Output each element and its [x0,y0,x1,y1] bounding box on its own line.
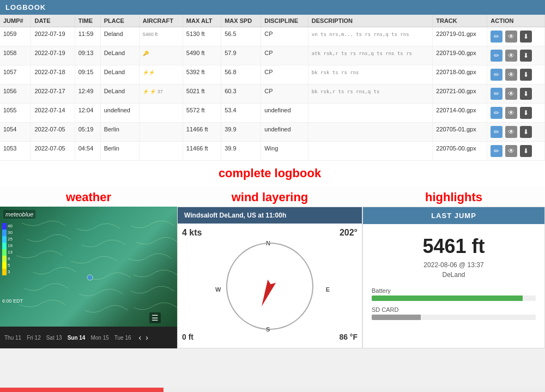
view-button[interactable]: 👁 [505,50,517,62]
cell-time: 09:13 [75,46,100,65]
cell-place: DeLand [100,46,139,65]
edit-button[interactable]: ✏ [491,145,502,157]
lastjump-header: LAST JUMP [363,207,544,224]
cell-aircraft [139,123,183,142]
cell-aircraft: 5460 ft [139,27,183,46]
cell-aircraft [139,142,183,161]
cell-max-spd: 53.4 [221,104,261,123]
view-button[interactable]: 👁 [505,107,517,119]
wind-kts: 4 kts [182,228,202,238]
edit-button[interactable]: ✏ [491,88,502,100]
cell-max-spd: 56.5 [221,27,261,46]
table-row: 1057 2022-07-18 09:15 DeLand ⚡⚡ 5392 ft … [0,65,545,85]
overlay-labels-row: complete logbook [0,161,545,186]
view-button[interactable]: 👁 [505,31,517,43]
cell-description: bk rsk ts rs rns [308,65,432,85]
col-place: PLACE [100,15,139,27]
col-date: DATE [31,15,75,27]
day-tue[interactable]: Tue 16 [114,335,131,341]
complete-logbook-label[interactable]: complete logbook [219,166,321,180]
logbook-title: LOGBOOK [5,3,46,11]
cell-jump: 1059 [0,27,31,46]
cell-action: ✏ 👁 ⬇ [487,123,545,142]
col-discipline: DISCIPLINE [261,15,308,27]
edit-button[interactable]: ✏ [491,50,502,62]
download-button[interactable]: ⬇ [520,31,532,43]
table-row: 1059 2022-07-19 11:59 Deland 5460 ft 513… [0,27,545,46]
cell-track: 220719-00.gpx [433,46,487,65]
day-sun[interactable]: Sun 14 [68,335,86,341]
logbook-header: LOGBOOK [0,0,545,15]
col-jump: JUMP# [0,15,31,27]
cell-max-alt: 5021 ft [183,85,221,104]
cell-aircraft: ⚡⚡ [139,65,183,85]
table-row: 1058 2022-07-19 09:13 DeLand 🔑 5490 ft 5… [0,46,545,65]
weather-time-label: 6:00 EDT [2,298,23,304]
cell-description: atk rsk,r ts rs rns,q ts rns ts rs [308,46,432,65]
cell-jump: 1057 [0,65,31,85]
day-sat[interactable]: Sat 13 [46,335,62,341]
nav-next-arrow[interactable]: › [146,333,148,342]
view-button[interactable]: 👁 [505,69,517,81]
cell-time: 09:15 [75,65,100,85]
edit-button[interactable]: ✏ [491,126,502,138]
download-button[interactable]: ⬇ [520,107,532,119]
weather-map[interactable]: meteoblue 40 30 25 19 13 8 5 3 [0,207,177,327]
cell-max-spd: 56.8 [221,65,261,85]
col-time: TIME [75,15,100,27]
download-button[interactable]: ⬇ [520,50,532,62]
day-fri[interactable]: Fri 12 [27,335,41,341]
edit-button[interactable]: ✏ [491,107,502,119]
cell-action: ✏ 👁 ⬇ [487,65,545,85]
col-track: TRACK [433,15,487,27]
weather-label[interactable]: weather [0,186,177,207]
cell-jump: 1055 [0,104,31,123]
wind-info-row: 4 kts 202° [182,228,358,238]
cell-place: undefined [100,104,139,123]
cell-date: 2022-07-19 [31,46,75,65]
nav-prev-arrow[interactable]: ‹ [139,333,142,342]
cell-action: ✏ 👁 ⬇ [487,85,545,104]
wind-altitude: 0 ft [182,333,193,341]
section-labels-row: weather wind layering highlights [0,186,545,207]
download-button[interactable]: ⬇ [520,88,532,100]
cell-description: vn ts nrs,m... ts rs rns,q ts rns [308,27,432,46]
cell-description [308,123,432,142]
download-button[interactable]: ⬇ [520,126,532,138]
view-button[interactable]: 👁 [505,88,517,100]
cell-discipline: CP [261,46,308,65]
cell-max-spd: 60.3 [221,85,261,104]
view-button[interactable]: 👁 [505,145,517,157]
cell-time: 11:59 [75,27,100,46]
cell-action: ✏ 👁 ⬇ [487,46,545,65]
wind-degrees: 202° [340,228,358,238]
day-thu[interactable]: Thu 11 [4,335,21,341]
table-row: 1053 2022-07-05 04:54 Berlin 11466 ft 39… [0,142,545,161]
edit-button[interactable]: ✏ [491,69,502,81]
bottom-row: meteoblue 40 30 25 19 13 8 5 3 [0,207,545,348]
day-mon[interactable]: Mon 15 [90,335,108,341]
map-menu-icon[interactable]: ☰ [149,312,161,323]
edit-button[interactable]: ✏ [491,31,502,43]
cell-max-spd: 39.9 [221,123,261,142]
cell-jump: 1058 [0,46,31,65]
download-button[interactable]: ⬇ [520,69,532,81]
cell-max-spd: 57.9 [221,46,261,65]
cell-date: 2022-07-19 [31,27,75,46]
compass-east-label: E [326,286,330,293]
compass-circle [226,243,313,330]
wind-label[interactable]: wind layering [177,186,362,207]
battery-bar [372,295,536,301]
weather-day-bar[interactable]: Thu 11 Fri 12 Sat 13 Sun 14 Mon 15 Tue 1… [0,327,177,348]
lastjump-content: 5461 ft 2022-08-06 @ 13:37 DeLand Batter… [363,224,544,331]
highlights-label[interactable]: highlights [362,186,545,207]
cell-max-alt: 5130 ft [183,27,221,46]
table-row: 1055 2022-07-14 12:04 undefined 5572 ft … [0,104,545,123]
view-button[interactable]: 👁 [505,126,517,138]
download-button[interactable]: ⬇ [520,145,532,157]
cell-action: ✏ 👁 ⬇ [487,27,545,46]
cell-track: 220721-00.gpx [433,85,487,104]
weather-panel: meteoblue 40 30 25 19 13 8 5 3 [0,207,177,348]
lastjump-place: DeLand [372,271,536,279]
cell-time: 04:54 [75,142,100,161]
